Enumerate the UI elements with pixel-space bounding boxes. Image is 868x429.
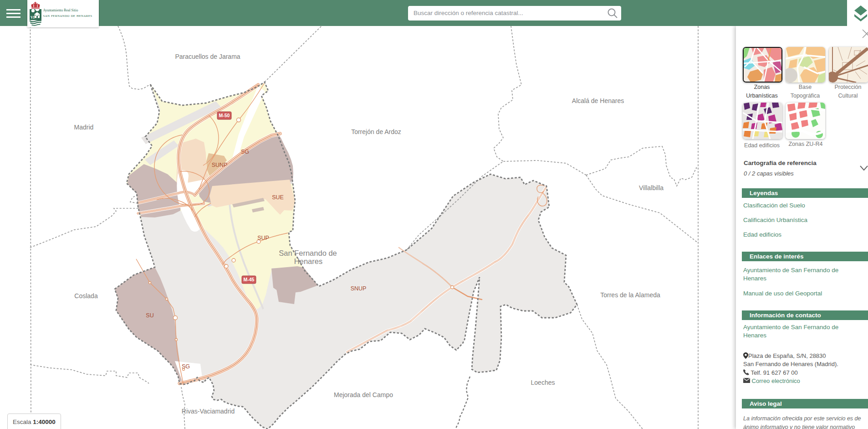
svg-text:SUNP: SUNP: [212, 162, 228, 168]
svg-text:Mejorada del Campo: Mejorada del Campo: [334, 391, 393, 398]
svg-text:SG: SG: [182, 363, 190, 370]
svg-text:M-45: M-45: [244, 277, 255, 282]
svg-text:San Fernando de: San Fernando de: [279, 249, 337, 257]
svg-text:SUP: SUP: [257, 235, 269, 241]
svg-text:VI: VI: [31, 16, 35, 20]
svg-text:Villalbilla: Villalbilla: [639, 184, 664, 191]
svg-text:Torrejón de Ardoz: Torrejón de Ardoz: [351, 128, 401, 135]
svg-text:SU: SU: [146, 312, 153, 319]
svg-text:SUE: SUE: [272, 194, 284, 201]
svg-text:Paracuellos de Jarama: Paracuellos de Jarama: [175, 53, 240, 60]
svg-text:Alcalá de Henares: Alcalá de Henares: [572, 97, 624, 104]
svg-text:san fernando de henares: san fernando de henares: [43, 13, 92, 18]
svg-text:Henares: Henares: [294, 257, 322, 265]
svg-text:Madrid: Madrid: [74, 124, 94, 131]
svg-text:SNUP: SNUP: [351, 285, 367, 292]
svg-text:Torres de la Alameda: Torres de la Alameda: [600, 291, 660, 299]
svg-text:M-50: M-50: [219, 113, 230, 118]
svg-text:Loeches: Loeches: [531, 379, 555, 386]
svg-text:Rivas-Vaciamadrid: Rivas-Vaciamadrid: [182, 408, 235, 415]
svg-text:Coslada: Coslada: [74, 292, 98, 300]
svg-text:SG: SG: [241, 149, 249, 155]
svg-text:Ayuntamiento Real Sitio: Ayuntamiento Real Sitio: [43, 8, 78, 12]
